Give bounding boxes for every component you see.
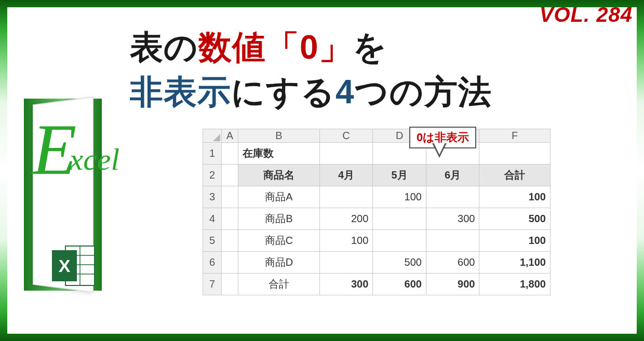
r1-m6: 300 (426, 208, 479, 230)
table-title: 在庫数 (238, 143, 320, 165)
r3-m5: 500 (373, 252, 426, 274)
r2-total: 100 (479, 230, 551, 252)
cell-a6 (222, 252, 238, 274)
r2-m5 (373, 230, 426, 252)
col-header-c: C (319, 129, 373, 143)
hdr-apr: 4月 (319, 165, 373, 186)
callout: 0は非表示 (409, 127, 476, 148)
excel-xcel: xcel (70, 142, 120, 176)
table-row: 4 商品B 200 300 500 (203, 208, 551, 230)
title-l1b: 数値「0」 (198, 29, 353, 66)
spreadsheet: A B C D E F 1 在庫数 2 商品名 4月 5月 6月 合計 3 商品… (203, 129, 551, 295)
r0-total: 100 (479, 186, 551, 208)
title-l2b: にする (231, 73, 336, 111)
r0-m4 (319, 186, 373, 208)
hdr-total: 合計 (479, 165, 551, 186)
title-l1a: 表の (130, 29, 198, 66)
row-header-3: 3 (203, 186, 222, 208)
hdr-jun: 6月 (426, 165, 479, 186)
main-title: 表の数値「0」を 非表示にする4つの方法 (130, 25, 492, 115)
r0-m6 (426, 186, 479, 208)
row-header-2: 2 (203, 165, 222, 186)
row-header-1: 1 (203, 143, 222, 165)
excel-icon: X (50, 243, 97, 289)
r2-m4: 100 (319, 230, 373, 252)
row-header-6: 6 (203, 252, 222, 274)
title-l2d: つの方法 (355, 73, 492, 111)
cell-a1 (222, 143, 238, 165)
cell-c1 (319, 143, 373, 165)
r3-m4 (319, 252, 373, 274)
excel-wordmark: Excel (32, 113, 127, 186)
volume-label: VOL. 284 (540, 3, 633, 26)
r3-name: 商品D (238, 252, 320, 274)
t-m5: 600 (373, 274, 426, 295)
t-m4: 300 (319, 274, 373, 295)
cell-a7 (222, 274, 238, 295)
t-name: 合計 (238, 274, 320, 295)
r3-m6: 600 (426, 252, 479, 274)
row-header-5: 5 (203, 230, 222, 252)
row-header-7: 7 (203, 274, 222, 295)
t-total: 1,800 (479, 274, 551, 295)
r0-m5: 100 (373, 186, 426, 208)
col-header-b: B (238, 129, 320, 143)
r1-m4: 200 (319, 208, 373, 230)
r1-name: 商品B (238, 208, 320, 230)
r2-m6 (426, 230, 479, 252)
r1-m5 (373, 208, 426, 230)
r3-total: 1,100 (479, 252, 551, 274)
cell-a5 (222, 230, 238, 252)
table-row: 5 商品C 100 100 (203, 230, 551, 252)
svg-text:X: X (59, 256, 71, 276)
col-header-f: F (479, 129, 551, 143)
hdr-may: 5月 (373, 165, 426, 186)
cell-f1 (479, 143, 551, 165)
cell-a4 (222, 208, 238, 230)
title-l2c: 4 (336, 73, 355, 111)
title-l2a: 非表示 (130, 73, 231, 111)
r0-name: 商品A (238, 186, 320, 208)
select-all-corner (203, 129, 222, 143)
hdr-name: 商品名 (238, 165, 320, 186)
table-row: 3 商品A 100 100 (203, 186, 551, 208)
r2-name: 商品C (238, 230, 320, 252)
table-row: 6 商品D 500 600 1,100 (203, 252, 551, 274)
col-header-a: A (222, 129, 238, 143)
r1-total: 500 (479, 208, 551, 230)
cell-a3 (222, 186, 238, 208)
callout-tail (432, 143, 447, 158)
title-l1c: を (353, 29, 387, 66)
t-m6: 900 (426, 274, 479, 295)
table-total-row: 7 合計 300 600 900 1,800 (203, 274, 551, 295)
row-header-4: 4 (203, 208, 222, 230)
cell-a2 (222, 165, 238, 186)
